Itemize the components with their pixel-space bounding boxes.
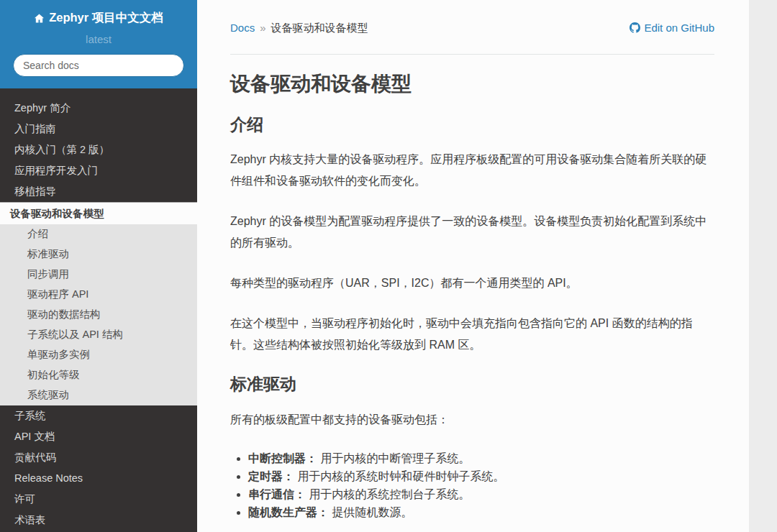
version-label: latest	[7, 33, 190, 45]
sidebar-item-subsystems[interactable]: 子系统	[0, 405, 197, 426]
sidebar-subitem-driver-data-structures[interactable]: 驱动的数据结构	[0, 305, 197, 325]
section-heading-standard-drivers: 标准驱动	[230, 375, 714, 395]
sidebar-subitem-system-drivers[interactable]: 系统驱动	[0, 385, 197, 405]
search-input[interactable]	[13, 54, 184, 77]
list-item: 串行通信： 用于内核的系统控制台子系统。	[248, 485, 714, 503]
breadcrumb-current-page: 设备驱动和设备模型	[271, 22, 368, 34]
paragraph: Zephyr 的设备模型为配置驱动程序提供了一致的设备模型。设备模型负责初始化配…	[230, 211, 714, 254]
breadcrumb-docs-link[interactable]: Docs	[230, 22, 255, 34]
sidebar-item-app-dev[interactable]: 应用程序开发入门	[0, 160, 197, 181]
sidebar-nav: Zephyr 简介 入门指南 内核入门（第 2 版） 应用程序开发入门 移植指导…	[0, 98, 197, 531]
page-title: 设备驱动和设备模型	[230, 72, 714, 96]
list-item: 定时器： 用于内核的系统时钟和硬件时钟子系统。	[248, 467, 714, 485]
standard-drivers-list: 中断控制器： 用于内核的中断管理子系统。 定时器： 用于内核的系统时钟和硬件时钟…	[235, 449, 714, 521]
sidebar-item-glossary[interactable]: 术语表	[0, 510, 197, 531]
sidebar-item-zephyr-intro[interactable]: Zephyr 简介	[0, 98, 197, 119]
sidebar-item-api-docs[interactable]: API 文档	[0, 426, 197, 447]
sidebar-subitem-subsystem-api-structure[interactable]: 子系统以及 API 结构	[0, 325, 197, 345]
home-icon	[34, 13, 45, 24]
topbar: Docs»设备驱动和设备模型 Edit on GitHub	[230, 22, 714, 35]
paragraph: 所有的板级配置中都支持的设备驱动包括：	[230, 409, 714, 431]
document-content: Docs»设备驱动和设备模型 Edit on GitHub 设备驱动和设备模型 …	[197, 0, 749, 532]
breadcrumb-separator: »	[260, 22, 265, 34]
main-area: Docs»设备驱动和设备模型 Edit on GitHub 设备驱动和设备模型 …	[197, 0, 777, 532]
sidebar-item-license[interactable]: 许可	[0, 489, 197, 510]
breadcrumb: Docs»设备驱动和设备模型	[230, 22, 368, 35]
paragraph: 每种类型的驱动程序（UAR，SPI，I2C）都有一个通用类型的 API。	[230, 272, 714, 294]
paragraph: Zephyr 内核支持大量的设备驱动程序。应用程序板级配置的可用设备驱动集合随着…	[230, 149, 714, 192]
project-home-link[interactable]: Zephyr 项目中文文档	[34, 10, 163, 26]
sidebar-subitem-intro[interactable]: 介绍	[0, 224, 197, 244]
sidebar-current-subnav: 介绍 标准驱动 同步调用 驱动程序 API 驱动的数据结构 子系统以及 API …	[0, 224, 197, 405]
sidebar-subitem-init-levels[interactable]: 初始化等级	[0, 365, 197, 385]
sidebar-item-contribute[interactable]: 贡献代码	[0, 447, 197, 468]
breadcrumb-divider	[230, 54, 714, 55]
github-icon	[630, 22, 640, 33]
sidebar-item-getting-started[interactable]: 入门指南	[0, 119, 197, 139]
section-heading-intro: 介绍	[230, 115, 714, 135]
sidebar-item-porting[interactable]: 移植指导	[0, 181, 197, 202]
sidebar-header: Zephyr 项目中文文档 latest	[0, 0, 197, 88]
list-item: 随机数生产器： 提供随机数源。	[248, 503, 714, 521]
sidebar-item-device-drivers-current[interactable]: 设备驱动和设备模型	[0, 202, 197, 224]
edit-on-github-link[interactable]: Edit on GitHub	[630, 22, 714, 34]
project-title: Zephyr 项目中文文档	[49, 10, 163, 26]
sidebar-subitem-sync-calls[interactable]: 同步调用	[0, 265, 197, 285]
sidebar-subitem-driver-api[interactable]: 驱动程序 API	[0, 285, 197, 305]
sidebar: Zephyr 项目中文文档 latest Zephyr 简介 入门指南 内核入门…	[0, 0, 197, 532]
sidebar-item-release-notes[interactable]: Release Notes	[0, 468, 197, 489]
app-window: Zephyr 项目中文文档 latest Zephyr 简介 入门指南 内核入门…	[0, 0, 777, 532]
paragraph: 在这个模型中，当驱动程序初始化时，驱动中会填充指向包含指向它的 API 函数的结…	[230, 313, 714, 356]
list-item: 中断控制器： 用于内核的中断管理子系统。	[248, 449, 714, 467]
sidebar-subitem-standard-drivers[interactable]: 标准驱动	[0, 244, 197, 265]
sidebar-subitem-single-driver-multi-instance[interactable]: 单驱动多实例	[0, 345, 197, 365]
sidebar-item-kernel-primer[interactable]: 内核入门（第 2 版）	[0, 139, 197, 160]
